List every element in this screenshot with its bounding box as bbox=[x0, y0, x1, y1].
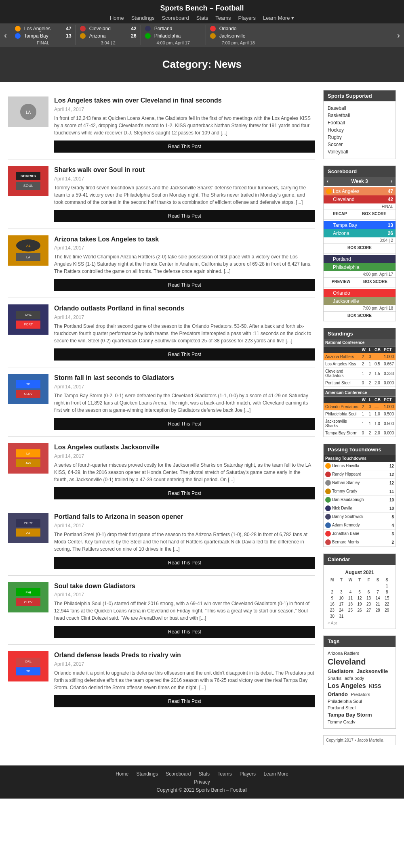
nav-home[interactable]: Home bbox=[110, 15, 124, 21]
az-logo bbox=[80, 33, 86, 39]
calendar-week: 1 bbox=[328, 583, 391, 589]
score-status-2: 3:04 | 2 bbox=[324, 237, 396, 243]
footer-stats[interactable]: Stats bbox=[199, 771, 210, 777]
calendar-week: 9101112131415 bbox=[328, 595, 391, 601]
footer-teams[interactable]: Teams bbox=[217, 771, 231, 777]
boxscore-btn-1[interactable]: BOX SCORE bbox=[362, 212, 386, 216]
tag-tampa-bay-storm[interactable]: Tampa Bay Storm bbox=[328, 712, 372, 718]
tag-philadelphia-soul[interactable]: Philadelphia Soul bbox=[328, 699, 362, 704]
preview-btn-3[interactable]: PREVIEW bbox=[332, 279, 350, 284]
site-header: Sports Bench – Football Home Standings S… bbox=[0, 0, 404, 23]
passing-tds-body: Passing Touchdowns Dennis Havrilla 12 Ra… bbox=[324, 455, 396, 547]
tag-predators[interactable]: Predators bbox=[351, 692, 370, 697]
calendar-week: 2345678 bbox=[328, 589, 391, 595]
calendar-title: Calendar bbox=[324, 554, 396, 565]
nav-scoreboard[interactable]: Scoreboard bbox=[162, 15, 189, 21]
standings-widget: Standings National Conference W L GB PCT bbox=[323, 328, 396, 437]
score-actions-4: BOX SCORE bbox=[324, 311, 396, 319]
tag-los-angeles[interactable]: Los Angeles bbox=[328, 682, 366, 690]
recap-btn-1[interactable]: RECAP bbox=[333, 212, 347, 216]
score-sep-1 bbox=[324, 219, 396, 220]
article-title-9: Orland defense leads Preds to rivalry wi… bbox=[54, 651, 315, 660]
calendar-header-row: M T W T F S S bbox=[328, 577, 391, 583]
calendar-widget: Calendar August 2021 M T W T F S S bbox=[323, 554, 396, 629]
read-post-btn-6[interactable]: Read This Post bbox=[54, 487, 315, 499]
read-post-btn-1[interactable]: Read This Post bbox=[54, 140, 315, 153]
week-next-arrow[interactable]: › bbox=[391, 178, 392, 184]
tag-adfa-body[interactable]: adfa body bbox=[345, 676, 364, 681]
tags-body: Arizona Rattlers Cleveland Gladiators Ja… bbox=[324, 647, 396, 728]
passing-row: Dan Raudabaugh 10 bbox=[324, 496, 396, 504]
tag-orlando[interactable]: Orlando bbox=[328, 691, 348, 697]
read-post-btn-9[interactable]: Read This Post bbox=[54, 695, 315, 707]
article-excerpt-3: The five time World Champion Arizona Rat… bbox=[54, 253, 315, 275]
tag-kiss[interactable]: KISS bbox=[369, 683, 381, 689]
ticker-game-4: Orlando Jacksonville 7:00 pm, April 18 bbox=[206, 23, 271, 47]
passing-row: Danny Southwick 8 bbox=[324, 513, 396, 521]
footer-players[interactable]: Players bbox=[240, 771, 256, 777]
boxscore-btn-4[interactable]: BOX SCORE bbox=[347, 313, 372, 318]
tag-portland-steel[interactable]: Portland Steel bbox=[328, 705, 356, 710]
clev-score-logo bbox=[326, 197, 332, 202]
read-post-btn-7[interactable]: Read This Post bbox=[54, 557, 315, 569]
article-title-4: Orlando outlasts Portland in final secon… bbox=[54, 304, 315, 313]
sport-volleyball: Volleyball bbox=[328, 148, 391, 155]
calendar-prev-link[interactable]: « Apr bbox=[328, 621, 391, 625]
footer-learnmore[interactable]: Learn More bbox=[263, 771, 288, 777]
score-sep-3 bbox=[324, 287, 396, 287]
boxscore-btn-3[interactable]: BOX SCORE bbox=[363, 279, 387, 284]
tag-cleveland[interactable]: Cleveland bbox=[328, 657, 366, 667]
ticker-team-jax: Jacksonville bbox=[210, 32, 267, 40]
score-game-1: Los Angeles 47 Cleveland 42 FINAL RECAP … bbox=[324, 187, 396, 218]
read-post-btn-4[interactable]: Read This Post bbox=[54, 348, 315, 361]
tag-sharks[interactable]: Sharks bbox=[328, 676, 341, 681]
sports-supported-widget: Sports Supported Baseball Basketball Foo… bbox=[323, 90, 396, 159]
nav-players[interactable]: Players bbox=[238, 15, 256, 21]
tag-jacksonville[interactable]: Jacksonville bbox=[357, 668, 388, 674]
sports-list: Baseball Basketball Football Hockey Rugb… bbox=[328, 105, 391, 155]
passing-table: Passing Touchdowns Dennis Havrilla 12 Ra… bbox=[324, 455, 396, 547]
article-excerpt-9: Orlando made it a point to upgrade its d… bbox=[54, 669, 315, 691]
tag-tommy-grady[interactable]: Tommy Grady bbox=[328, 719, 355, 724]
read-post-btn-5[interactable]: Read This Post bbox=[54, 418, 315, 430]
ticker-next[interactable]: › bbox=[393, 31, 404, 40]
ticker-prev[interactable]: ‹ bbox=[0, 31, 11, 40]
passing-row: Adam Kennedy 4 bbox=[324, 521, 396, 530]
passing-row: Jonathan Bane 3 bbox=[324, 530, 396, 538]
score-ticker: ‹ Los Angeles 47 Tampa Bay 13 FINAL Clev… bbox=[0, 23, 404, 47]
footer-privacy[interactable]: Privacy bbox=[194, 779, 210, 785]
passing-row: Dennis Havrilla 12 bbox=[324, 462, 396, 470]
article-body-8: Soul take down Gladiators April 14, 2017… bbox=[54, 582, 315, 638]
article-excerpt-7: The Portland Steel (0-1) drop their firs… bbox=[54, 531, 315, 553]
nav-learnmore[interactable]: Learn More ▾ bbox=[263, 15, 294, 21]
article-thumb-2: SHARKS SOUL bbox=[8, 166, 48, 196]
passing-header: Passing Touchdowns bbox=[324, 455, 396, 462]
nav-standings[interactable]: Standings bbox=[131, 15, 155, 21]
read-post-btn-2[interactable]: Read This Post bbox=[54, 210, 315, 222]
nav-teams[interactable]: Teams bbox=[215, 15, 231, 21]
footer-scoreboard[interactable]: Scoreboard bbox=[166, 771, 191, 777]
ticker-team-az: Arizona 26 bbox=[80, 32, 137, 40]
footer-standings[interactable]: Standings bbox=[137, 771, 158, 777]
read-post-btn-8[interactable]: Read This Post bbox=[54, 626, 315, 638]
tag-gladiators[interactable]: Gladiators bbox=[328, 668, 354, 674]
score-status-1: FINAL bbox=[324, 203, 396, 210]
sport-rugby: Rugby bbox=[328, 134, 391, 141]
nav-stats[interactable]: Stats bbox=[196, 15, 208, 21]
article-title-2: Sharks walk over Soul in rout bbox=[54, 166, 315, 174]
tag-arizona-rattlers[interactable]: Arizona Rattlers bbox=[328, 651, 359, 656]
passing-row: Nathan Stanley 12 bbox=[324, 479, 396, 487]
article-title-5: Storm fall in last seconds to Gladiators bbox=[54, 374, 315, 382]
article-date-3: April 14, 2017 bbox=[54, 245, 315, 251]
article-item: AZ LA Arizona takes Los Angeles to task … bbox=[8, 229, 315, 298]
boxscore-btn-2[interactable]: BOX SCORE bbox=[347, 245, 372, 250]
sport-baseball: Baseball bbox=[328, 105, 391, 112]
read-post-btn-3[interactable]: Read This Post bbox=[54, 279, 315, 291]
article-item: LA Los Angeles takes win over Cleveland … bbox=[8, 90, 315, 159]
week-prev-arrow[interactable]: ‹ bbox=[327, 178, 328, 184]
tb-score-logo bbox=[326, 222, 332, 228]
standings-body: National Conference W L GB PCT Arizona R… bbox=[324, 339, 396, 437]
article-thumb-1: LA bbox=[8, 96, 48, 127]
ticker-team-clev: Cleveland 42 bbox=[80, 25, 137, 32]
footer-home[interactable]: Home bbox=[116, 771, 128, 777]
